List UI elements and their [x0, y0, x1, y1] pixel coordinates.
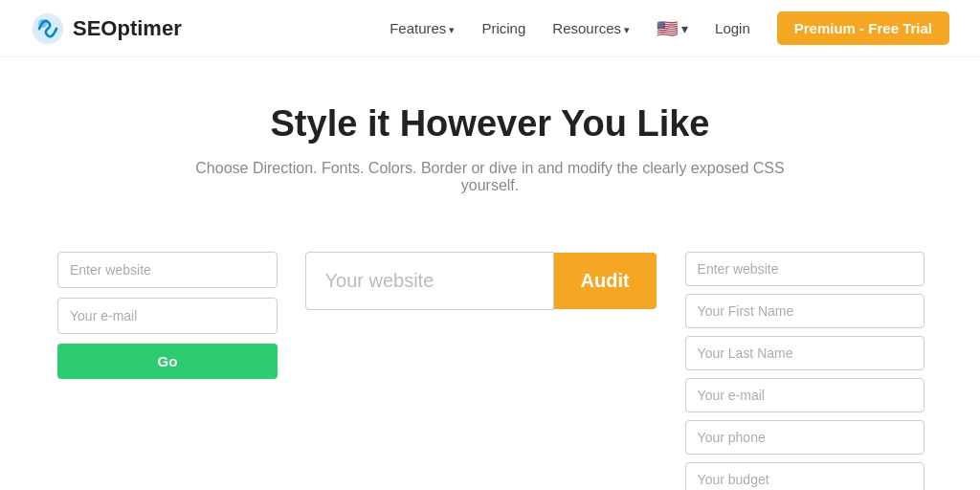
hero-title: Style it However You Like [19, 103, 961, 145]
forms-section: Go Audit Review My Site! [0, 213, 980, 490]
right-firstname-input[interactable] [685, 294, 924, 328]
right-budget-input[interactable] [685, 462, 924, 490]
nav-resources[interactable]: Resources [552, 20, 630, 36]
center-website-input[interactable] [305, 252, 554, 310]
svg-point-1 [38, 19, 47, 28]
logo[interactable]: SEOptimer [31, 11, 182, 46]
right-email-input[interactable] [685, 378, 924, 412]
flag-arrow: ▾ [681, 21, 688, 36]
form-right: Review My Site! [685, 252, 923, 490]
hero-section: Style it However You Like Choose Directi… [0, 57, 980, 213]
audit-button[interactable]: Audit [554, 253, 657, 309]
left-website-input[interactable] [57, 252, 278, 288]
right-website-input[interactable] [685, 252, 924, 286]
right-lastname-input[interactable] [685, 336, 924, 370]
right-phone-input[interactable] [685, 420, 924, 455]
go-button[interactable]: Go [57, 344, 278, 379]
flag-icon: 🇺🇸 [657, 18, 678, 39]
trial-button[interactable]: Premium - Free Trial [777, 11, 949, 45]
logo-icon [31, 11, 65, 46]
login-link[interactable]: Login [715, 20, 750, 36]
left-email-input[interactable] [57, 298, 278, 334]
logo-text: SEOptimer [73, 16, 182, 41]
form-center: Audit [305, 252, 657, 310]
nav-features[interactable]: Features [390, 20, 455, 36]
language-selector[interactable]: 🇺🇸 ▾ [657, 18, 688, 39]
form-left: Go [57, 252, 277, 379]
hero-subtitle: Choose Direction. Fonts. Colors. Border … [184, 160, 796, 194]
nav-pricing[interactable]: Pricing [481, 20, 525, 36]
